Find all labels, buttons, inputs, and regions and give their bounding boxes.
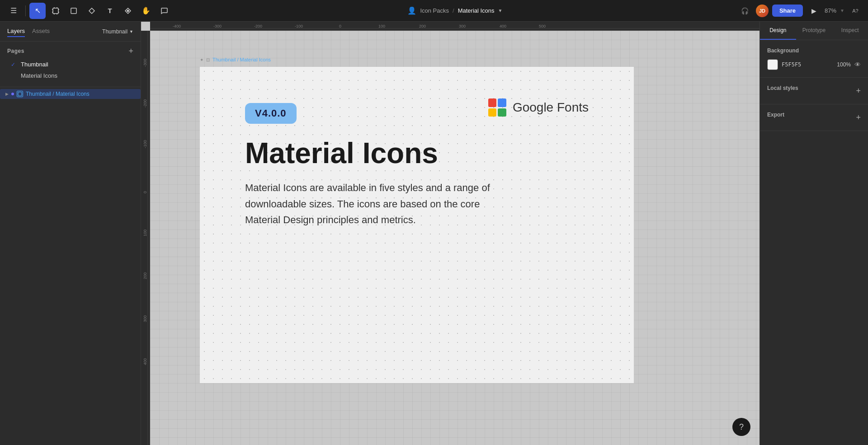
pages-title: Pages [7,48,24,54]
pen-tool[interactable] [84,3,100,19]
pages-section: Pages + ✓ Thumbnail ✓ Material Icons [0,42,141,85]
ruler-v-svg: -300 -200 -100 0 100 200 300 400 [141,31,150,445]
svg-text:-200: -200 [254,24,262,28]
svg-rect-0 [53,8,58,14]
canvas-area[interactable]: -400 -300 -200 -100 0 100 200 300 400 50… [141,22,760,445]
layer-dot-icon [11,93,14,95]
move-tool[interactable]: ↖ [29,3,46,19]
add-page-button[interactable]: + [128,47,133,55]
svg-text:400: 400 [143,358,147,365]
zoom-level[interactable]: 87% [825,7,836,14]
page-check-empty: ✓ [11,73,17,79]
main-title: Material Icons [245,137,438,169]
local-styles-add-button[interactable]: + [856,86,861,96]
right-panel: Design Prototype Inspect Background F5F5… [760,22,868,445]
description-text: Material Icons are available in five sty… [245,180,498,228]
hand-tool[interactable]: ✋ [138,3,154,19]
gf-blue-square [498,98,506,107]
svg-text:0: 0 [339,24,341,28]
breadcrumb-parent[interactable]: Icon Packs [420,7,449,14]
background-hex[interactable]: F5F5F5 [782,61,833,68]
background-opacity[interactable]: 100% [837,61,851,68]
thumbnail-selector[interactable]: Thumbnail ▼ [102,28,133,35]
text-tool[interactable]: T [102,3,118,19]
svg-text:200: 200 [419,24,426,28]
local-styles-section: Local styles + [760,78,868,104]
gf-red-square [488,98,497,107]
pages-header: Pages + [7,47,133,55]
svg-text:400: 400 [500,24,506,28]
horizontal-ruler: -400 -300 -200 -100 0 100 200 300 400 50… [150,22,760,31]
gf-green-square [498,108,506,117]
play-icon[interactable]: ▶ [807,4,821,18]
breadcrumb-dropdown-icon[interactable]: ▼ [498,8,503,13]
gf-yellow-square [488,108,497,117]
svg-text:-200: -200 [143,99,147,108]
version-badge-text: V4.0.0 [255,108,287,119]
tab-layers[interactable]: Layers [7,26,25,37]
svg-rect-9 [71,8,76,14]
background-title: Background [767,47,861,54]
layer-item-thumbnail[interactable]: ▶ Thumbnail / Material Icons [0,89,141,99]
zoom-dropdown-icon[interactable]: ▼ [840,8,844,13]
menu-tool[interactable]: ☰ [5,3,22,19]
headphones-icon[interactable]: 🎧 [738,4,752,18]
help-button[interactable]: ? [732,418,750,436]
svg-text:-100: -100 [143,140,147,148]
page-item-thumbnail[interactable]: ✓ Thumbnail [7,59,133,70]
google-fonts-area: Google Fonts [488,98,589,117]
share-button[interactable]: Share [772,5,803,17]
page-item-material-icons[interactable]: ✓ Material Icons [7,70,133,81]
layer-label: Thumbnail / Material Icons [26,91,90,97]
main-area: Layers Assets Thumbnail ▼ Pages + ✓ Thum… [0,22,868,445]
background-color-swatch[interactable] [767,59,778,70]
toolbar-tools: ☰ ↖ T ✋ [5,3,172,19]
page-check-icon: ✓ [11,61,17,68]
svg-text:100: 100 [378,24,385,28]
page-label-material-icons: Material Icons [21,72,57,79]
toolbar-breadcrumb: 👤 Icon Packs / Material Icons ▼ [175,6,735,15]
export-section: Export + [760,104,868,131]
svg-text:-300: -300 [143,59,147,67]
svg-point-10 [127,9,129,12]
svg-text:500: 500 [539,24,546,28]
breadcrumb-current[interactable]: Material Icons [458,7,495,14]
frame-label[interactable]: ✦ ⊡ Thumbnail / Material Icons [200,57,271,62]
frame-label-bracket: ⊡ [206,57,210,62]
panel-divider [0,87,141,87]
frame-label-arrow: ✦ [200,57,203,62]
comment-tool[interactable] [156,3,172,19]
svg-text:300: 300 [459,24,466,28]
version-badge: V4.0.0 [245,103,297,124]
shape-tool[interactable] [66,3,82,19]
tab-assets[interactable]: Assets [32,26,50,37]
tab-design[interactable]: Design [760,22,796,40]
svg-text:-400: -400 [173,24,181,28]
local-styles-header: Local styles + [767,85,861,97]
svg-rect-11 [18,92,22,96]
left-panel: Layers Assets Thumbnail ▼ Pages + ✓ Thum… [0,22,141,445]
toolbar: ☰ ↖ T ✋ 👤 Icon Packs / Material Icons ▼ … [0,0,868,22]
text-style-icon[interactable]: A? [848,4,863,18]
tab-inspect[interactable]: Inspect [832,22,868,40]
breadcrumb-separator: / [453,7,454,14]
google-fonts-icon [488,98,506,117]
tab-prototype[interactable]: Prototype [796,22,832,40]
export-add-button[interactable]: + [856,113,861,122]
local-styles-title: Local styles [767,85,798,91]
layer-expand-icon[interactable]: ▶ [5,92,9,96]
right-panel-tabs: Design Prototype Inspect [760,22,868,40]
frame-content: V4.0.0 Google Fonts Material Icons [200,67,634,383]
tool-separator-1 [25,5,26,16]
visibility-icon[interactable]: 👁 [854,61,861,68]
toolbar-right: 🎧 JD Share ▶ 87% ▼ A? [738,4,863,18]
panel-tabs: Layers Assets Thumbnail ▼ [0,22,141,42]
frame-tool[interactable] [47,3,64,19]
component-tool[interactable] [120,3,136,19]
svg-text:100: 100 [143,230,147,236]
user-icon: 👤 [407,6,416,15]
background-row: F5F5F5 100% 👁 [767,59,861,70]
google-fonts-text: Google Fonts [513,100,589,115]
svg-text:0: 0 [143,191,147,193]
avatar[interactable]: JD [756,5,769,17]
